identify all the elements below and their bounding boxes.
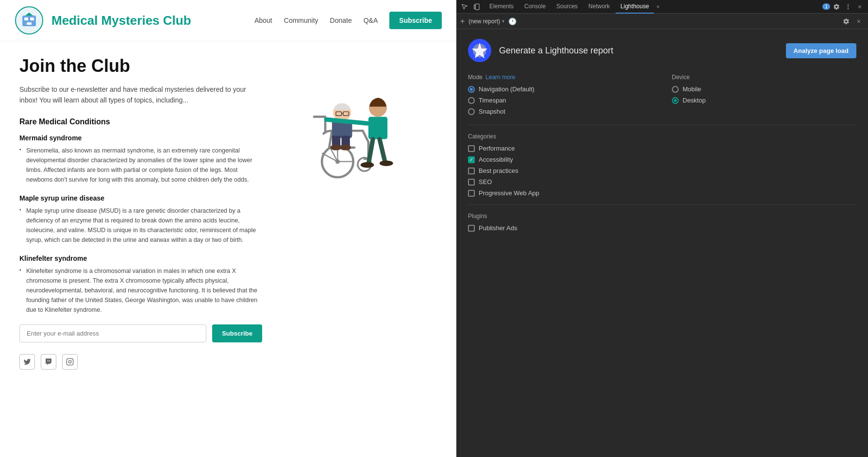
devtools-responsive-btn[interactable] <box>472 1 483 12</box>
email-subscribe-button[interactable]: Subscribe <box>212 324 262 342</box>
tab-sources[interactable]: Sources <box>551 0 583 14</box>
mode-snapshot[interactable]: Snapshot <box>468 108 652 115</box>
lighthouse-mode-device-row: Mode Learn more Navigation (Default) Tim… <box>468 74 856 115</box>
condition-mermaid-title: Mermaid syndrome <box>19 134 262 142</box>
site-navigation: Medical Mysteries Club About Community D… <box>0 0 456 41</box>
category-performance-label: Performance <box>479 145 515 152</box>
svg-rect-36 <box>474 4 475 8</box>
twitch-icon[interactable] <box>41 354 56 370</box>
mode-navigation[interactable]: Navigation (Default) <box>468 85 652 93</box>
device-desktop[interactable]: Desktop <box>672 97 856 104</box>
category-seo-checkbox[interactable] <box>468 179 475 186</box>
device-radio-group: Mobile Desktop <box>672 85 856 104</box>
svg-point-33 <box>361 162 374 168</box>
lighthouse-logo <box>468 39 491 62</box>
mode-label: Mode <box>468 74 483 81</box>
svg-point-37 <box>848 4 849 5</box>
mode-timespan-radio[interactable] <box>468 97 475 104</box>
mode-snapshot-radio[interactable] <box>468 108 475 115</box>
nav-qa[interactable]: Q&A <box>364 17 378 24</box>
lighthouse-title: Generate a Lighthouse report <box>499 46 786 56</box>
report-selector[interactable]: (new report) ▾ <box>468 18 504 25</box>
svg-rect-35 <box>475 4 479 10</box>
lighthouse-content: Generate a Lighthouse report Analyze pag… <box>456 29 868 457</box>
svg-point-39 <box>848 8 849 9</box>
svg-point-34 <box>380 160 393 166</box>
devtools-panel: Elements Console Sources Network Lightho… <box>456 0 868 457</box>
device-mobile-radio[interactable] <box>672 86 679 93</box>
nav-community[interactable]: Community <box>284 17 318 24</box>
report-history-icon[interactable]: 🕐 <box>508 17 517 25</box>
category-seo[interactable]: SEO <box>468 178 856 186</box>
tab-network[interactable]: Network <box>584 0 615 14</box>
devtools-badge: 1 <box>822 3 830 10</box>
categories-checkbox-group: Performance ✓ Accessibility Best practic… <box>468 145 856 197</box>
tab-lighthouse[interactable]: Lighthouse <box>616 0 654 14</box>
report-dropdown-arrow: ▾ <box>502 18 504 24</box>
devtools-close-btn[interactable] <box>854 1 865 12</box>
rare-conditions-title: Rare Medical Conditions <box>19 118 262 126</box>
join-title: Join the Club <box>19 56 262 76</box>
devtools-secondbar: + (new report) ▾ 🕐 <box>456 14 868 29</box>
email-input[interactable] <box>19 324 206 342</box>
plugins-section: Plugins Publisher Ads <box>468 213 856 232</box>
devtools-panel-close-btn[interactable] <box>853 16 864 27</box>
condition-maple-title: Maple syrup urine disease <box>19 194 262 202</box>
devtools-inspect-btn[interactable] <box>459 1 470 12</box>
wheelchair-illustration <box>282 61 427 184</box>
tab-console[interactable]: Console <box>519 0 551 14</box>
lighthouse-device-col: Device Mobile Desktop <box>672 74 856 115</box>
category-accessibility-checkbox[interactable]: ✓ <box>468 156 475 163</box>
device-mobile[interactable]: Mobile <box>672 85 856 93</box>
social-icons-row <box>19 354 262 370</box>
nav-about[interactable]: About <box>254 17 272 24</box>
svg-point-8 <box>71 359 72 360</box>
plugins-checkbox-group: Publisher Ads <box>468 224 856 232</box>
new-report-add-btn[interactable]: + <box>460 17 465 25</box>
devtools-right-icons: 1 <box>822 1 865 12</box>
category-pwa[interactable]: Progressive Web App <box>468 189 856 197</box>
instagram-icon[interactable] <box>62 354 78 370</box>
category-pwa-label: Progressive Web App <box>479 189 539 197</box>
mode-navigation-radio[interactable] <box>468 86 475 93</box>
twitter-icon[interactable] <box>19 354 35 370</box>
condition-klinefelter: Klinefelter syndrome Klinefelter syndrom… <box>19 254 262 315</box>
plugin-publisher-ads-checkbox[interactable] <box>468 225 475 232</box>
category-best-practices-checkbox[interactable] <box>468 168 475 174</box>
tab-elements[interactable]: Elements <box>484 0 518 14</box>
nav-donate[interactable]: Donate <box>330 17 352 24</box>
mode-timespan[interactable]: Timespan <box>468 97 652 104</box>
mode-learn-more-link[interactable]: Learn more <box>485 74 515 81</box>
join-subtitle: Subscribe to our e-newsletter and have m… <box>19 84 262 106</box>
svg-rect-3 <box>30 17 34 20</box>
condition-maple: Maple syrup urine disease Maple syrup ur… <box>19 194 262 245</box>
site-title: Medical Mysteries Club <box>51 13 254 28</box>
lighthouse-settings-btn[interactable] <box>841 16 851 27</box>
svg-rect-6 <box>67 358 73 365</box>
devtools-second-right <box>841 16 864 27</box>
lighthouse-divider-2 <box>468 204 856 205</box>
svg-point-38 <box>848 6 849 7</box>
category-best-practices[interactable]: Best practices <box>468 167 856 174</box>
category-best-practices-label: Best practices <box>479 167 518 174</box>
category-pwa-checkbox[interactable] <box>468 190 475 197</box>
nav-links: About Community Donate Q&A Subscribe <box>254 12 442 29</box>
device-desktop-radio[interactable] <box>672 97 679 104</box>
svg-point-27 <box>340 145 351 151</box>
devtools-menu-btn[interactable] <box>843 1 853 12</box>
mode-timespan-label: Timespan <box>479 97 506 104</box>
plugin-publisher-ads[interactable]: Publisher Ads <box>468 224 856 232</box>
category-performance[interactable]: Performance <box>468 145 856 152</box>
analyze-page-load-button[interactable]: Analyze page load <box>786 43 856 58</box>
devtools-tabs: Elements Console Sources Network Lightho… <box>484 0 820 14</box>
lighthouse-mode-col: Mode Learn more Navigation (Default) Tim… <box>468 74 652 115</box>
plugins-label: Plugins <box>468 213 856 220</box>
condition-mermaid-text: Sirenomelia, also known as mermaid syndr… <box>19 146 262 185</box>
devtools-more-tabs[interactable]: » <box>655 4 662 9</box>
nav-subscribe-button[interactable]: Subscribe <box>389 12 442 29</box>
category-performance-checkbox[interactable] <box>468 145 475 152</box>
site-main-content: Join the Club Subscribe to our e-newslet… <box>0 41 456 384</box>
mode-snapshot-label: Snapshot <box>479 108 505 115</box>
devtools-settings-btn[interactable] <box>831 1 842 12</box>
category-accessibility[interactable]: ✓ Accessibility <box>468 156 856 163</box>
